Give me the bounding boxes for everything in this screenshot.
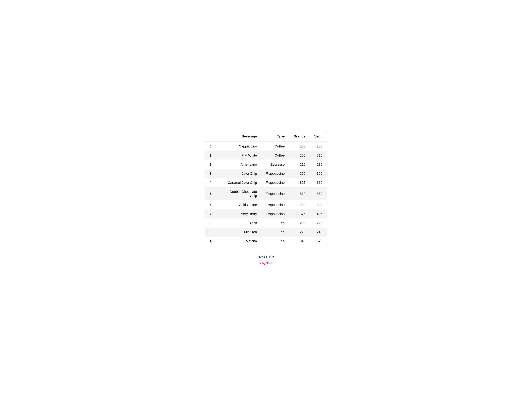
cell-type: Frappuccino (261, 187, 289, 200)
cell-venti: 225 (310, 218, 327, 227)
cell-beverage: Mint Tea (218, 227, 261, 237)
cell-beverage: Cold Coffee (218, 200, 261, 210)
cell-beverage: Very Berry (218, 210, 261, 218)
cell-grande: 200 (289, 142, 310, 151)
cell-index: 6 (205, 200, 218, 210)
table-row: 1Flat WhiteCoffee200310 (205, 151, 327, 160)
brand-section: SCALER Topics (258, 255, 274, 265)
cell-grande: 290 (289, 169, 310, 178)
table-row: 8BlackTea205225 (205, 218, 327, 227)
cell-beverage: Java Chip (218, 169, 261, 178)
cell-beverage: Black (218, 218, 261, 227)
cell-type: Coffee (261, 142, 289, 151)
cell-type: Coffee (261, 151, 289, 160)
cell-grande: 220 (289, 227, 310, 237)
cell-beverage: Caramel Java Chip (218, 178, 261, 187)
cell-index: 10 (205, 237, 218, 246)
cell-index: 4 (205, 178, 218, 187)
table-header-row: Beverage Type Grande Venti (205, 131, 327, 142)
cell-venti: 360 (310, 187, 327, 200)
table-container: Beverage Type Grande Venti 0CappuccinoCo… (205, 131, 327, 246)
table-row: 6Cold CoffeeFrappuccino280300 (205, 200, 327, 210)
brand-topics-text: Topics (260, 260, 272, 265)
beverage-table: Beverage Type Grande Venti 0CappuccinoCo… (205, 131, 327, 246)
cell-grande: 200 (289, 151, 310, 160)
cell-venti: 360 (310, 178, 327, 187)
table-row: 0CappuccinoCoffee200250 (205, 142, 327, 151)
cell-type: Frappuccino (261, 178, 289, 187)
cell-venti: 240 (310, 227, 327, 237)
cell-type: Frappuccino (261, 210, 289, 218)
cell-index: 2 (205, 160, 218, 169)
cell-type: Frappuccino (261, 169, 289, 178)
cell-index: 1 (205, 151, 218, 160)
cell-beverage: Cappuccino (218, 142, 261, 151)
table-row: 4Caramel Java ChipFrappuccino325360 (205, 178, 327, 187)
cell-grande: 205 (289, 218, 310, 227)
cell-index: 5 (205, 187, 218, 200)
table-row: 10MatchaTea340370 (205, 237, 327, 246)
cell-index: 3 (205, 169, 218, 178)
cell-venti: 310 (310, 151, 327, 160)
col-beverage-header: Beverage (218, 131, 261, 142)
col-type-header: Type (261, 131, 289, 142)
col-index-header (205, 131, 218, 142)
cell-beverage: Flat White (218, 151, 261, 160)
cell-grande: 280 (289, 200, 310, 210)
cell-grande: 340 (289, 237, 310, 246)
cell-type: Tea (261, 237, 289, 246)
cell-venti: 250 (310, 142, 327, 151)
cell-index: 9 (205, 227, 218, 237)
cell-index: 0 (205, 142, 218, 151)
cell-beverage: Double Chocolate Chip (218, 187, 261, 200)
cell-beverage: Americano (218, 160, 261, 169)
cell-venti: 370 (310, 237, 327, 246)
table-row: 7Very BerryFrappuccino375405 (205, 210, 327, 218)
cell-beverage: Matcha (218, 237, 261, 246)
cell-venti: 405 (310, 210, 327, 218)
brand-scaler-text: SCALER (258, 255, 274, 259)
cell-grande: 325 (289, 178, 310, 187)
cell-index: 7 (205, 210, 218, 218)
table-row: 3Java ChipFrappuccino290320 (205, 169, 327, 178)
cell-index: 8 (205, 218, 218, 227)
cell-type: Espresso (261, 160, 289, 169)
cell-type: Frappuccino (261, 200, 289, 210)
cell-grande: 375 (289, 210, 310, 218)
table-row: 9Mint TeaTea220240 (205, 227, 327, 237)
cell-grande: 310 (289, 187, 310, 200)
cell-grande: 210 (289, 160, 310, 169)
cell-venti: 300 (310, 200, 327, 210)
table-row: 2AmericanoEspresso210235 (205, 160, 327, 169)
page-wrapper: Beverage Type Grande Venti 0CappuccinoCo… (205, 131, 327, 265)
cell-type: Tea (261, 227, 289, 237)
col-venti-header: Venti (310, 131, 327, 142)
col-grande-header: Grande (289, 131, 310, 142)
cell-venti: 320 (310, 169, 327, 178)
cell-venti: 235 (310, 160, 327, 169)
table-row: 5Double Chocolate ChipFrappuccino310360 (205, 187, 327, 200)
cell-type: Tea (261, 218, 289, 227)
